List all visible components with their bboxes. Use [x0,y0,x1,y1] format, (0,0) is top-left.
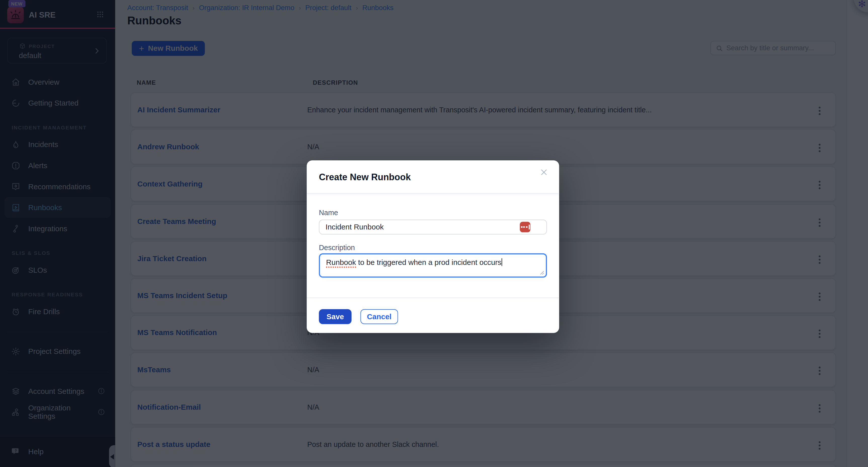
modal-header: Create New Runbook [307,160,559,194]
name-field[interactable] [319,220,547,234]
description-textarea[interactable]: Runbook to be triggered when a prod inci… [319,253,547,278]
password-manager-icon[interactable] [520,222,530,232]
app-root: Account: Transposit › Organization: IR I… [0,0,868,467]
cancel-button[interactable]: Cancel [360,309,398,324]
text-caret [501,258,502,266]
resize-handle-icon[interactable] [539,270,544,275]
modal-title: Create New Runbook [319,172,411,182]
close-icon[interactable] [539,167,549,178]
modal-footer: Save Cancel [307,298,559,333]
description-text: to be triggered when a prod incident occ… [356,258,501,267]
name-label: Name [319,209,338,217]
create-runbook-modal: Create New Runbook Name Description Runb… [307,160,559,333]
spellcheck-word: Runbook [326,258,356,268]
save-button[interactable]: Save [319,309,351,324]
description-label: Description [319,243,355,252]
